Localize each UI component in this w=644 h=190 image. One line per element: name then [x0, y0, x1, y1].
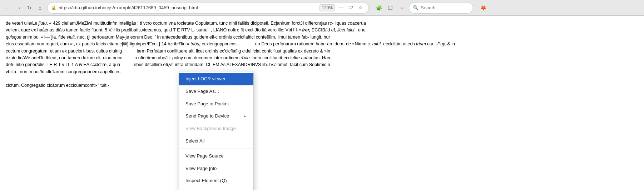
bookmark-star-button[interactable]: ☆: [356, 4, 365, 12]
page-content: de veteri uile/Le jiutu. « 429 clelIamJM…: [0, 16, 644, 190]
text-line-1: de veteri uile/Le jiutu. « 429 clelIamJM…: [6, 20, 638, 27]
context-menu: Inject hOCR viewer Save Page As… Save Pa…: [179, 71, 254, 190]
context-menu-item-inspect-element[interactable]: Inspect Element (Q): [179, 175, 253, 187]
search-icon: 🔍: [413, 5, 418, 10]
nav-buttons: ← → ↻ ⌂: [3, 3, 45, 13]
windows-button[interactable]: ❐: [385, 3, 395, 13]
context-menu-item-inject-hocr[interactable]: Inject hOCR viewer: [179, 73, 253, 85]
context-menu-item-view-background: View Background Image: [179, 122, 253, 135]
browser-toolbar: ← → ↻ ⌂ 🔒 https://kba.github.io/hocrjs/e…: [0, 0, 644, 16]
submenu-arrow-icon: ►: [243, 113, 247, 120]
more-options-button[interactable]: ⋯: [336, 4, 345, 12]
home-button[interactable]: ⌂: [35, 3, 45, 13]
context-menu-item-save-page-as[interactable]: Save Page As…: [179, 85, 253, 98]
url-text: https://kba.github.io/hocrjs/example/426…: [59, 5, 317, 10]
context-menu-item-save-to-pocket[interactable]: Save Page to Pocket: [179, 98, 253, 110]
text-line-8: vbiita : non [muui/fd clfc'larum' congre…: [6, 69, 638, 75]
select-all-label: Select All: [185, 138, 204, 145]
address-icons: 120% ⋯ 🛡 ☆: [319, 4, 365, 12]
text-line-2: vellem, quæ ex haåenus diâis tamen facil…: [6, 27, 638, 34]
text-line-9: clcfum. Congregatio clcåorum ecclcüamcon…: [6, 82, 638, 89]
fox-icon-button[interactable]: 🦊: [478, 3, 488, 13]
text-line-6: rizute fic/We adelTe lbleat, non tamen d…: [6, 55, 638, 61]
zoom-level[interactable]: 120%: [319, 4, 335, 11]
toolbar-right-extra: 🦊: [478, 3, 488, 13]
extensions-button[interactable]: 🧩: [374, 3, 384, 13]
view-info-label: View Page Info: [185, 165, 217, 172]
search-input[interactable]: [421, 5, 481, 10]
address-bar[interactable]: 🔒 https://kba.github.io/hocrjs/example/4…: [47, 2, 369, 14]
lock-icon: 🔒: [51, 5, 56, 10]
context-menu-item-view-page-info[interactable]: View Page Info: [179, 162, 253, 175]
context-menu-item-send-to-device[interactable]: Send Page to Device ►: [179, 110, 253, 122]
text-line-5: coctum congregatum, etiam ex pauciori- b…: [6, 48, 638, 55]
view-source-label: View Page Source: [185, 152, 224, 160]
forward-button[interactable]: →: [14, 3, 24, 13]
reload-button[interactable]: ↻: [24, 3, 34, 13]
context-menu-item-screenshot[interactable]: Take a Screenshot: [179, 187, 253, 190]
search-bar-container[interactable]: 🔍: [409, 2, 473, 14]
page-text: de veteri uile/Le jiutu. « 429 clelIamJM…: [6, 20, 638, 89]
context-menu-item-select-all[interactable]: Select All: [179, 135, 253, 148]
context-menu-separator: [179, 149, 253, 149]
shield-icon-button[interactable]: 🛡: [346, 4, 355, 12]
toolbar-right: 🧩 ❐ ≡: [374, 3, 407, 13]
text-line-4: eius essentiam non requiri, cum « , cx p…: [6, 41, 638, 48]
hamburger-menu[interactable]: ≡: [397, 3, 407, 13]
text-line-7: defi- nitio gener/alis T E R T v LL 1 A …: [6, 61, 638, 68]
context-menu-item-view-source[interactable]: View Page Source: [179, 150, 253, 162]
text-line-3: quisque enim þu: «'l—"jia. fide viuit, n…: [6, 34, 638, 41]
back-button[interactable]: ←: [3, 3, 13, 13]
